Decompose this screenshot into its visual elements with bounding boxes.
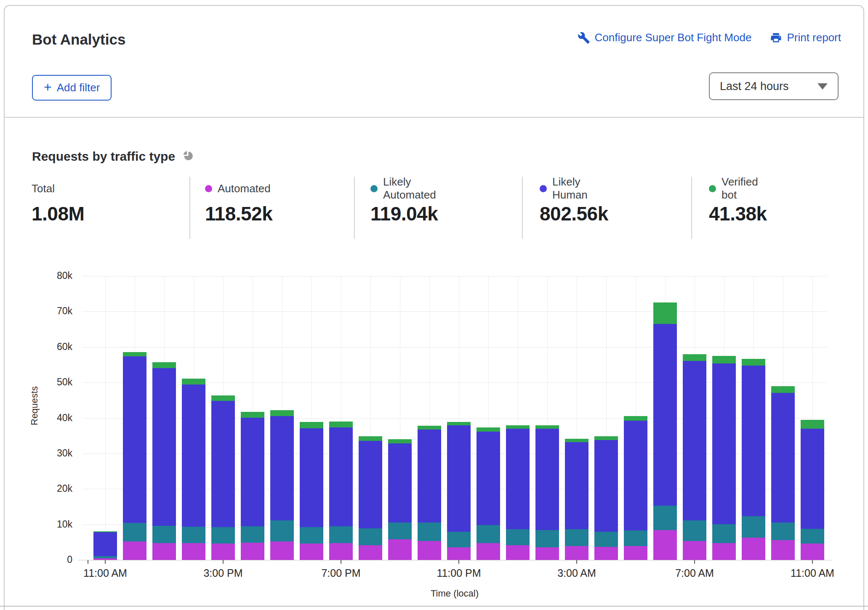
bar[interactable] <box>182 379 205 560</box>
bar-segment-likely-human[interactable] <box>418 430 441 522</box>
bar-segment-automated[interactable] <box>801 544 824 560</box>
bar-segment-automated[interactable] <box>771 540 795 560</box>
add-filter-button[interactable]: + Add filter <box>32 75 112 101</box>
bar[interactable] <box>388 439 412 560</box>
bar-segment-likely-automated[interactable] <box>152 526 176 543</box>
bar[interactable] <box>152 362 176 560</box>
bar-segment-likely-automated[interactable] <box>270 520 294 541</box>
bar-segment-likely-human[interactable] <box>771 393 795 522</box>
bar[interactable] <box>359 436 382 560</box>
bar-segment-likely-human[interactable] <box>653 324 677 506</box>
bar-segment-automated[interactable] <box>535 547 559 560</box>
bar-segment-likely-automated[interactable] <box>624 530 647 546</box>
bar[interactable] <box>653 302 677 560</box>
bar-segment-likely-human[interactable] <box>683 361 706 520</box>
bar-segment-verified-bot[interactable] <box>801 420 824 429</box>
bar-segment-verified-bot[interactable] <box>123 352 146 356</box>
bar-segment-verified-bot[interactable] <box>742 359 765 366</box>
bar-segment-likely-human[interactable] <box>594 440 618 532</box>
bar-segment-likely-human[interactable] <box>270 416 294 520</box>
bar-segment-likely-human[interactable] <box>329 427 353 526</box>
bar-segment-verified-bot[interactable] <box>624 416 647 421</box>
bar-segment-likely-automated[interactable] <box>447 532 471 547</box>
bar-segment-likely-human[interactable] <box>123 356 146 523</box>
configure-super-bot-fight-mode-link[interactable]: Configure Super Bot Fight Mode <box>578 31 752 44</box>
bar-segment-verified-bot[interactable] <box>477 427 500 431</box>
bar[interactable] <box>329 422 353 560</box>
bar[interactable] <box>742 359 765 560</box>
bar[interactable] <box>565 439 588 560</box>
bar-segment-likely-human[interactable] <box>211 401 235 527</box>
bar-segment-verified-bot[interactable] <box>388 439 412 443</box>
bar-segment-likely-automated[interactable] <box>182 527 205 544</box>
time-range-dropdown[interactable]: Last 24 hours <box>709 72 839 100</box>
bar-segment-automated[interactable] <box>447 547 471 560</box>
bar-segment-automated[interactable] <box>211 544 235 560</box>
bar-segment-likely-human[interactable] <box>182 385 205 527</box>
bar-segment-likely-human[interactable] <box>801 429 824 529</box>
bar-segment-likely-automated[interactable] <box>477 525 500 543</box>
print-report-link[interactable]: Print report <box>770 31 841 44</box>
bar-segment-automated[interactable] <box>624 546 647 560</box>
bar-segment-automated[interactable] <box>653 530 677 560</box>
bar[interactable] <box>771 386 795 560</box>
bar-segment-likely-automated[interactable] <box>535 530 559 547</box>
bar-segment-likely-human[interactable] <box>535 429 559 530</box>
bar-segment-automated[interactable] <box>182 543 205 560</box>
bar-segment-verified-bot[interactable] <box>683 354 706 361</box>
bar[interactable] <box>123 352 146 560</box>
bar-segment-likely-human[interactable] <box>447 425 471 531</box>
bar-segment-verified-bot[interactable] <box>565 439 588 442</box>
bar-segment-automated[interactable] <box>388 539 412 560</box>
bar-segment-likely-human[interactable] <box>624 421 647 530</box>
bar[interactable] <box>300 422 323 560</box>
bar[interactable] <box>418 426 441 560</box>
bar-segment-verified-bot[interactable] <box>211 395 235 401</box>
bar-segment-likely-human[interactable] <box>300 428 323 527</box>
bar-segment-likely-automated[interactable] <box>388 522 412 539</box>
bar[interactable] <box>624 416 647 560</box>
bar-segment-likely-automated[interactable] <box>241 526 264 543</box>
bar-segment-automated[interactable] <box>712 543 736 560</box>
bar-segment-verified-bot[interactable] <box>653 302 677 324</box>
bar-segment-automated[interactable] <box>270 541 294 560</box>
bar[interactable] <box>535 425 559 560</box>
bar-segment-verified-bot[interactable] <box>535 425 559 429</box>
bar-segment-verified-bot[interactable] <box>241 412 264 418</box>
bar[interactable] <box>211 395 235 560</box>
bar-segment-verified-bot[interactable] <box>329 422 353 427</box>
bar-segment-automated[interactable] <box>418 541 441 560</box>
bar-segment-verified-bot[interactable] <box>182 379 205 385</box>
bar[interactable] <box>447 422 471 560</box>
bar-segment-likely-automated[interactable] <box>506 529 530 545</box>
bar-segment-automated[interactable] <box>152 543 176 560</box>
bar-segment-likely-automated[interactable] <box>211 527 235 544</box>
bar[interactable] <box>801 420 824 560</box>
bar-segment-verified-bot[interactable] <box>270 410 294 416</box>
bar-segment-likely-automated[interactable] <box>742 516 765 538</box>
bar[interactable] <box>506 425 530 560</box>
bar[interactable] <box>93 531 117 560</box>
bar-segment-likely-automated[interactable] <box>771 522 795 540</box>
bar-segment-automated[interactable] <box>241 543 264 560</box>
bar-segment-automated[interactable] <box>594 547 618 560</box>
bar-segment-verified-bot[interactable] <box>418 426 441 430</box>
bar[interactable] <box>712 356 736 560</box>
bar-segment-likely-human[interactable] <box>742 366 765 516</box>
bar-segment-verified-bot[interactable] <box>152 362 176 368</box>
bar-segment-likely-automated[interactable] <box>123 523 146 541</box>
bar-segment-likely-automated[interactable] <box>418 522 441 541</box>
bar-segment-verified-bot[interactable] <box>712 356 736 363</box>
bar-segment-likely-automated[interactable] <box>712 524 736 544</box>
bar-segment-likely-human[interactable] <box>241 418 264 526</box>
bar-segment-automated[interactable] <box>477 543 500 560</box>
bar-segment-likely-human[interactable] <box>93 532 117 556</box>
bar-segment-likely-automated[interactable] <box>565 529 588 546</box>
bar-segment-likely-human[interactable] <box>152 368 176 526</box>
bar-segment-likely-human[interactable] <box>712 363 736 524</box>
bar-segment-verified-bot[interactable] <box>359 436 382 440</box>
bar-segment-verified-bot[interactable] <box>447 422 471 425</box>
bar-segment-automated[interactable] <box>300 544 323 560</box>
bar-segment-likely-human[interactable] <box>477 432 500 525</box>
bar-segment-likely-human[interactable] <box>506 429 530 530</box>
